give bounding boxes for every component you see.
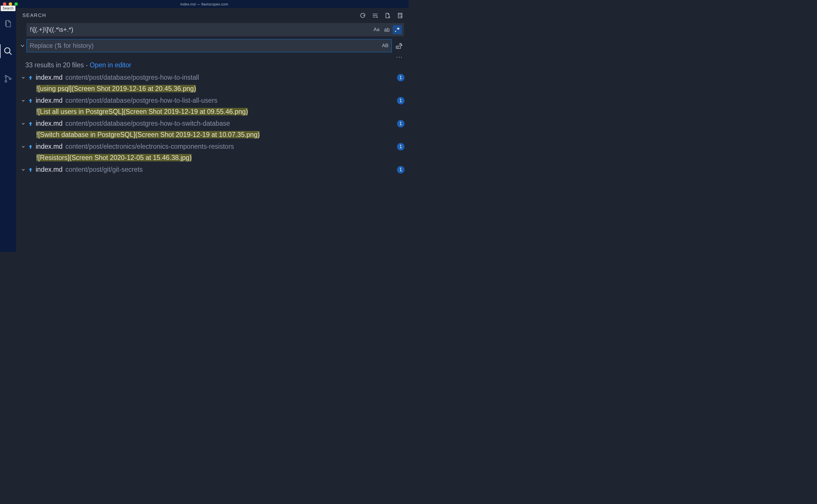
svg-point-3 bbox=[5, 81, 7, 82]
chevron-down-icon bbox=[20, 121, 27, 126]
source-control-tab[interactable] bbox=[0, 71, 16, 87]
markdown-file-icon bbox=[27, 98, 34, 104]
svg-rect-14 bbox=[395, 31, 396, 32]
results-summary: 33 results in 20 files - Open in editor bbox=[16, 60, 408, 72]
regex-toggle[interactable] bbox=[393, 25, 402, 34]
match-count-badge: 1 bbox=[397, 166, 404, 173]
match-count-badge: 1 bbox=[397, 143, 404, 150]
replace-all-button[interactable]: abac bbox=[394, 39, 404, 52]
file-name: index.md bbox=[36, 143, 62, 150]
open-in-editor-link[interactable]: Open in editor bbox=[90, 61, 131, 69]
collapse-all-icon[interactable] bbox=[396, 12, 403, 19]
window-title: index.md — flaviocopes.com bbox=[180, 2, 228, 6]
markdown-file-icon bbox=[27, 167, 34, 173]
search-input-value: !\[(.+)\]\((.*\s+.*) bbox=[30, 26, 372, 33]
file-name: index.md bbox=[36, 97, 62, 104]
svg-text:ac: ac bbox=[397, 46, 399, 49]
svg-point-2 bbox=[5, 75, 7, 77]
svg-line-1 bbox=[9, 52, 12, 55]
file-result-header[interactable]: index.md content/post/git/git-secrets 1 bbox=[20, 164, 408, 175]
search-tooltip: Search bbox=[1, 5, 16, 11]
search-input[interactable]: !\[(.+)\]\((.*\s+.*) Aa ab bbox=[26, 23, 404, 36]
file-path: content/post/electronics/electronics-com… bbox=[65, 143, 394, 150]
markdown-file-icon bbox=[27, 144, 34, 150]
replace-placeholder: Replace (⇅ for history) bbox=[30, 42, 380, 49]
match-count-badge: 1 bbox=[397, 97, 404, 104]
file-path: content/post/database/postgres-how-to-in… bbox=[65, 74, 394, 81]
chevron-down-icon bbox=[20, 75, 27, 80]
results-list: index.md content/post/database/postgres-… bbox=[16, 72, 408, 252]
file-name: index.md bbox=[36, 166, 62, 173]
new-file-icon[interactable] bbox=[384, 12, 390, 19]
file-result-header[interactable]: index.md content/post/database/postgres-… bbox=[20, 118, 408, 129]
replace-input[interactable]: Replace (⇅ for history) AB bbox=[26, 39, 392, 52]
markdown-file-icon bbox=[27, 75, 34, 81]
match-line[interactable]: ![List all users in PostgreSQL](Screen S… bbox=[20, 106, 408, 117]
search-tab[interactable] bbox=[0, 43, 16, 59]
match-count-badge: 1 bbox=[397, 74, 404, 81]
titlebar: index.md — flaviocopes.com Search bbox=[0, 0, 408, 8]
svg-point-0 bbox=[5, 48, 10, 53]
chevron-down-icon bbox=[20, 167, 27, 172]
file-name: index.md bbox=[36, 120, 62, 127]
file-path: content/post/database/postgres-how-to-sw… bbox=[65, 120, 394, 127]
more-options-icon[interactable]: ··· bbox=[396, 54, 403, 60]
explorer-tab[interactable] bbox=[0, 16, 16, 32]
markdown-file-icon bbox=[27, 121, 34, 127]
file-result-header[interactable]: index.md content/post/electronics/electr… bbox=[20, 141, 408, 152]
preserve-case-toggle[interactable]: AB bbox=[380, 41, 390, 50]
match-case-toggle[interactable]: Aa bbox=[372, 25, 381, 34]
match-word-toggle[interactable]: ab bbox=[382, 25, 391, 34]
file-path: content/post/database/postgres-how-to-li… bbox=[65, 97, 394, 104]
panel-title: SEARCH bbox=[22, 13, 46, 18]
match-line[interactable]: ![Switch database in PostgreSQL](Screen … bbox=[20, 129, 408, 140]
svg-text:ab: ab bbox=[399, 43, 401, 45]
activity-bar bbox=[0, 8, 16, 252]
chevron-down-icon bbox=[20, 98, 27, 103]
refresh-icon[interactable] bbox=[359, 12, 366, 19]
toggle-replace-icon[interactable] bbox=[20, 43, 25, 48]
file-path: content/post/git/git-secrets bbox=[65, 166, 394, 173]
clear-results-icon[interactable] bbox=[371, 12, 378, 19]
search-panel: SEARCH bbox=[16, 8, 408, 252]
chevron-down-icon bbox=[20, 144, 27, 149]
match-line[interactable]: ![Resistors](Screen Shot 2020-12-05 at 1… bbox=[20, 152, 408, 163]
match-count-badge: 1 bbox=[397, 120, 404, 127]
file-name: index.md bbox=[36, 74, 62, 81]
file-result-header[interactable]: index.md content/post/database/postgres-… bbox=[20, 72, 408, 83]
file-result-header[interactable]: index.md content/post/database/postgres-… bbox=[20, 95, 408, 106]
match-line[interactable]: ![using psql](Screen Shot 2019-12-16 at … bbox=[20, 83, 408, 94]
